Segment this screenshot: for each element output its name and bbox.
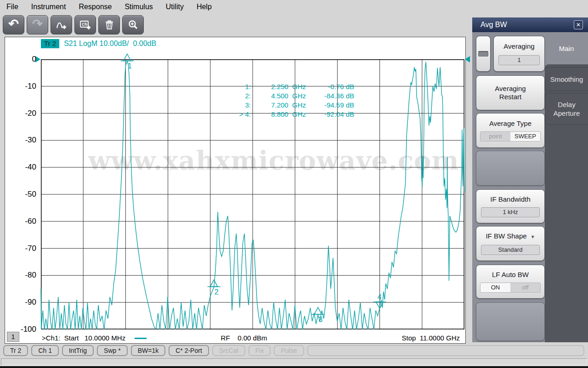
average-type-label: Average Type bbox=[489, 119, 531, 128]
statusbar-button-c-2-port[interactable]: C* 2-Port bbox=[169, 345, 209, 356]
if-bandwidth-value[interactable]: 1 kHz bbox=[481, 207, 540, 217]
reference-level-arrow-right[interactable] bbox=[465, 56, 470, 62]
svg-text:3: 3 bbox=[318, 316, 322, 323]
stop-frequency-label: Stop 11.0000 GHz bbox=[402, 334, 460, 342]
averaging-restart-button[interactable]: Averaging Restart bbox=[476, 75, 545, 110]
stimulus-annotation-row: >Ch1: Start 10.0000 MHz RF 0.00 dBm Stop… bbox=[5, 333, 466, 344]
svg-text:1: 1 bbox=[128, 62, 132, 70]
y-tick-label: -70 bbox=[9, 244, 36, 253]
zoom-button[interactable] bbox=[122, 15, 144, 34]
add-trace-icon bbox=[56, 19, 68, 31]
y-tick-label: -20 bbox=[9, 109, 36, 118]
redo-icon: ↷ bbox=[32, 18, 43, 30]
statusbar-button-bw-1k[interactable]: BW=1k bbox=[131, 345, 166, 356]
chevron-down-icon[interactable]: ▼ bbox=[531, 234, 535, 239]
marker-readout-row: > 4:8.800 GHz-92.04 dB bbox=[212, 110, 354, 119]
averaging-label: Averaging bbox=[503, 42, 534, 51]
average-type-point-option[interactable]: point bbox=[481, 132, 510, 141]
menu-item-file[interactable]: File bbox=[0, 0, 25, 14]
trace-badge[interactable]: Tr 2 bbox=[41, 39, 59, 48]
trace-header: Tr 2 S21 LogM 10.00dB/ 0.00dB bbox=[41, 39, 156, 48]
statusbar-button-pulse: Pulse bbox=[274, 345, 304, 356]
statusbar-empty-segment bbox=[307, 345, 585, 356]
delete-button[interactable] bbox=[98, 15, 120, 34]
averaging-toggle-button[interactable] bbox=[476, 36, 491, 72]
menu-item-utility[interactable]: Utility bbox=[159, 0, 190, 14]
if-bw-shape-button[interactable]: IF BW Shape▼ Standard bbox=[476, 226, 545, 261]
averaging-button[interactable]: Averaging 1 bbox=[493, 36, 545, 72]
window-bottom-edge bbox=[0, 366, 588, 368]
if-bandwidth-button[interactable]: IF Bandwidth 1 kHz bbox=[476, 189, 545, 223]
tab-delay-aperture[interactable]: Delay Aperture bbox=[545, 93, 588, 125]
marker-readout-row: 2:4.500 GHz-84.36 dB bbox=[212, 91, 354, 101]
start-frequency-label: >Ch1: Start 10.0000 MHz bbox=[42, 334, 125, 342]
y-tick-label: -40 bbox=[9, 163, 36, 171]
add-trace-button[interactable] bbox=[51, 15, 72, 34]
status-bar: Tr 2Ch 1IntTrigSwp *BW=1kC* 2-PortSrcCal… bbox=[0, 345, 588, 357]
y-tick-label: -30 bbox=[9, 136, 36, 144]
svg-text:4: 4 bbox=[377, 293, 381, 301]
blank-softkey-2 bbox=[476, 302, 545, 341]
menu-bar: FileInstrumentResponseStimulusUtilityHel… bbox=[0, 0, 588, 14]
close-icon[interactable]: ✕ bbox=[574, 20, 583, 29]
tab-smoothing[interactable]: Smoothing bbox=[545, 67, 588, 91]
blank-softkey-1 bbox=[476, 151, 545, 186]
averaging-value[interactable]: 1 bbox=[498, 55, 540, 65]
lf-auto-bw-switch[interactable]: ON off bbox=[480, 283, 541, 293]
y-tick-label: -80 bbox=[9, 271, 36, 279]
panel-title[interactable]: Avg BW bbox=[472, 17, 588, 32]
chart-container: Tr 2 S21 LogM 10.00dB/ 0.00dB 0-10-20-30… bbox=[5, 37, 466, 344]
lf-auto-bw-off-option[interactable]: off bbox=[510, 283, 540, 292]
if-bw-shape-value[interactable]: Standard bbox=[481, 245, 540, 255]
average-type-sweep-option[interactable]: SWEEP bbox=[510, 132, 540, 141]
y-tick-label: -50 bbox=[9, 190, 36, 198]
y-tick-label: -60 bbox=[9, 217, 36, 226]
menu-item-help[interactable]: Help bbox=[190, 0, 218, 14]
statusbar-button-srccal: SrcCal bbox=[212, 345, 245, 356]
marker-readout-row: 1:2.250 GHz-0.76 dB bbox=[212, 82, 354, 91]
statusbar-button-fix: Fix bbox=[249, 345, 271, 356]
vna-application-window: FileInstrumentResponseStimulusUtilityHel… bbox=[0, 0, 588, 368]
status-substrip bbox=[1, 358, 587, 365]
lf-auto-bw-label: LF Auto BW bbox=[492, 271, 529, 279]
y-tick-label: -10 bbox=[9, 82, 36, 91]
statusbar-button-swp-[interactable]: Swp * bbox=[97, 345, 128, 356]
if-bandwidth-label: IF Bandwidth bbox=[490, 195, 531, 204]
y-tick-label: 0 bbox=[9, 55, 36, 63]
if-bw-shape-label: IF BW Shape▼ bbox=[486, 232, 535, 241]
redo-button: ↷ bbox=[27, 15, 48, 34]
menu-item-stimulus[interactable]: Stimulus bbox=[118, 0, 159, 14]
panel-tab-strip: Main Smoothing Delay Aperture bbox=[545, 32, 588, 342]
trace-title: S21 LogM 10.00dB/ 0.00dB bbox=[64, 40, 156, 48]
averaging-led-icon bbox=[478, 51, 488, 57]
marker-readout-row: 3:7.200 GHz-94.59 dB bbox=[212, 101, 354, 110]
add-channel-button[interactable]: Ch bbox=[74, 15, 96, 34]
undo-button[interactable]: ↶ bbox=[3, 15, 24, 34]
marker-readout-table: 1:2.250 GHz-0.76 dB2:4.500 GHz-84.36 dB3… bbox=[212, 82, 354, 119]
zoom-icon bbox=[127, 19, 139, 31]
statusbar-button-inttrig[interactable]: IntTrig bbox=[62, 345, 94, 356]
trash-icon bbox=[103, 19, 115, 31]
lf-auto-bw-on-option[interactable]: ON bbox=[481, 283, 510, 292]
statusbar-button-ch-1[interactable]: Ch 1 bbox=[31, 345, 59, 356]
menu-item-instrument[interactable]: Instrument bbox=[25, 0, 73, 14]
y-tick-label: -90 bbox=[9, 298, 36, 306]
average-type-switch[interactable]: point SWEEP bbox=[480, 131, 541, 142]
menu-item-response[interactable]: Response bbox=[72, 0, 118, 14]
undo-icon: ↶ bbox=[8, 18, 19, 30]
avg-bw-panel: Avg BW ✕ Main Smoothing Delay Aperture A… bbox=[472, 17, 588, 342]
averaging-restart-label: Averaging Restart bbox=[485, 85, 536, 101]
add-channel-icon: Ch bbox=[79, 19, 91, 31]
average-type-button[interactable]: Average Type point SWEEP bbox=[476, 113, 545, 148]
tab-main[interactable]: Main bbox=[545, 32, 588, 64]
rf-power-label: RF 0.00 dBm bbox=[198, 334, 290, 342]
svg-text:Ch: Ch bbox=[82, 22, 87, 27]
statusbar-button-tr-2[interactable]: Tr 2 bbox=[3, 345, 28, 356]
svg-text:2: 2 bbox=[215, 288, 219, 296]
trace-color-dash bbox=[135, 338, 147, 339]
lf-auto-bw-button[interactable]: LF Auto BW ON off bbox=[476, 265, 545, 299]
